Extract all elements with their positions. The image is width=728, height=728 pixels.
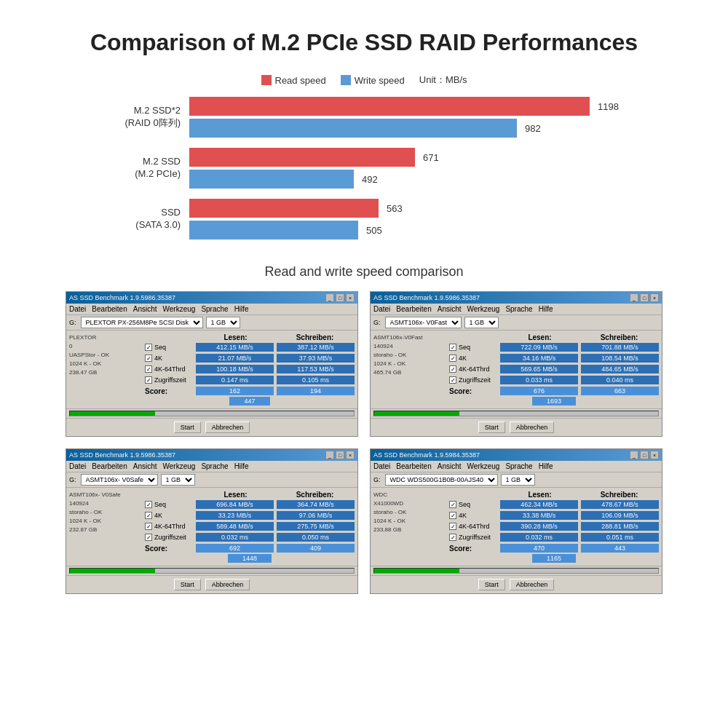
legend-write-label: Write speed — [355, 75, 405, 86]
schreiben-header-3: Schreiben: — [579, 491, 659, 499]
start-btn-0[interactable]: Start — [174, 422, 201, 433]
legend-unit: Unit：MB/s — [419, 74, 467, 87]
start-btn-1[interactable]: Start — [478, 422, 505, 433]
k4-64-read-2: 589.48 MB/s — [196, 522, 274, 531]
start-btn-2[interactable]: Start — [174, 579, 201, 590]
minimize-btn-0[interactable]: _ — [325, 293, 334, 302]
menu-sprache-2[interactable]: Sprache — [201, 462, 228, 470]
k4-read-1: 34.16 MB/s — [500, 354, 578, 363]
score-label-2: Score: — [145, 545, 196, 553]
drive-select-0[interactable]: PLEXTOR PX-256M8Pe SCSI Disk — [81, 317, 203, 328]
menu-sprache-0[interactable]: Sprache — [201, 305, 228, 313]
total-score-0: 447 — [229, 397, 269, 405]
close-btn-1[interactable]: × — [650, 293, 659, 302]
maximize-btn-3[interactable]: □ — [640, 451, 649, 459]
seq-row-3: ✓Seq 462.34 MB/s 478.67 MB/s — [449, 500, 659, 509]
drive-select-2[interactable]: ASMT106x- V0Safe — [81, 474, 158, 486]
score-write-3: 443 — [581, 544, 659, 553]
bar-row-read-1: 671 — [189, 148, 619, 167]
maximize-btn-2[interactable]: □ — [336, 451, 344, 459]
start-btn-3[interactable]: Start — [478, 579, 505, 590]
results-header-2: Lesen: Schreiben: — [145, 491, 355, 499]
seq-write-1: 701.88 MB/s — [581, 343, 659, 352]
bar-write-0 — [189, 119, 517, 138]
info-panel-2: ASMT106x- V0Safe 140924 storaho - OK 102… — [69, 491, 142, 563]
abbrechen-btn-3[interactable]: Abbrechen — [510, 579, 555, 590]
k4-row-2: ✓4K 33.23 MB/s 97.06 MB/s — [145, 511, 355, 520]
score-read-1: 676 — [500, 387, 578, 395]
abbrechen-btn-1[interactable]: Abbrechen — [510, 422, 555, 433]
bar-value-read-0: 1198 — [598, 101, 619, 112]
menu-sprache-1[interactable]: Sprache — [505, 305, 532, 313]
close-btn-2[interactable]: × — [346, 451, 355, 459]
menu-datei-0[interactable]: Datei — [69, 305, 86, 313]
menu-werkzeug-1[interactable]: Werkzeug — [467, 305, 500, 313]
menu-hilfe-0[interactable]: Hilfe — [234, 305, 249, 313]
menu-hilfe-1[interactable]: Hilfe — [539, 305, 553, 313]
lesen-header-3: Lesen: — [500, 491, 579, 499]
chart-bars-2: 563 505 — [189, 199, 619, 240]
drive-label-2: G: — [69, 476, 76, 483]
menu-ansicht-2[interactable]: Ansicht — [133, 462, 157, 470]
close-btn-3[interactable]: × — [650, 451, 659, 459]
abbrechen-btn-0[interactable]: Abbrechen — [205, 422, 250, 433]
menu-datei-1[interactable]: Datei — [373, 305, 390, 313]
footer-3: Start Abbrechen — [371, 575, 662, 593]
abbrechen-btn-2[interactable]: Abbrechen — [205, 579, 250, 590]
menu-sprache-3[interactable]: Sprache — [505, 462, 532, 470]
toolbar-0: G: PLEXTOR PX-256M8Pe SCSI Disk 1 GB — [66, 315, 357, 331]
total-score-2: 1448 — [228, 554, 272, 563]
score-label-0: Score: — [145, 387, 196, 395]
access-read-3: 0.032 ms — [500, 533, 578, 542]
page-title: Comparison of M.2 PCIe SSD RAID Performa… — [90, 29, 638, 56]
menu-bearbeiten-2[interactable]: Bearbeiten — [92, 462, 127, 470]
k4-64-read-1: 569.65 MB/s — [500, 365, 578, 373]
toolbar-1: G: ASMT106x- V0Fast 1 GB — [371, 315, 662, 331]
menu-werkzeug-2[interactable]: Werkzeug — [163, 462, 196, 470]
access-write-2: 0.050 ms — [277, 533, 355, 542]
menu-bearbeiten-3[interactable]: Bearbeiten — [396, 462, 431, 470]
size-select-1[interactable]: 1 GB — [464, 317, 499, 328]
k4-write-1: 108.54 MB/s — [581, 354, 659, 363]
menu-datei-2[interactable]: Datei — [69, 462, 86, 470]
access-write-1: 0.040 ms — [581, 376, 659, 384]
close-btn-0[interactable]: × — [346, 293, 355, 302]
win-controls-1: _ □ × — [630, 293, 659, 302]
maximize-btn-1[interactable]: □ — [640, 293, 649, 302]
comparison-subtitle: Read and write speed comparison — [264, 264, 463, 280]
score-section-3: Score: 470 443 — [449, 544, 659, 553]
menu-ansicht-1[interactable]: Ansicht — [438, 305, 462, 313]
chart-group-2: SSD(SATA 3.0) 563 505 — [109, 199, 619, 240]
chart-bars-1: 671 492 — [189, 148, 619, 189]
bar-row-write-1: 492 — [189, 170, 619, 189]
bar-read-0 — [189, 97, 590, 116]
menu-werkzeug-0[interactable]: Werkzeug — [163, 305, 196, 313]
minimize-btn-1[interactable]: _ — [630, 293, 638, 302]
menu-bearbeiten-0[interactable]: Bearbeiten — [92, 305, 127, 313]
maximize-btn-0[interactable]: □ — [336, 293, 344, 302]
menu-ansicht-3[interactable]: Ansicht — [438, 462, 462, 470]
access-row-3: ✓Zugriffszeit 0.032 ms 0.051 ms — [449, 533, 659, 542]
size-select-2[interactable]: 1 GB — [161, 474, 195, 486]
drive-label-3: G: — [373, 476, 381, 483]
size-select-3[interactable]: 1 GB — [501, 474, 535, 486]
menu-ansicht-0[interactable]: Ansicht — [133, 305, 157, 313]
k4-64-write-0: 117.53 MB/s — [277, 365, 355, 373]
menu-werkzeug-3[interactable]: Werkzeug — [467, 462, 500, 470]
menu-hilfe-2[interactable]: Hilfe — [234, 462, 249, 470]
minimize-btn-3[interactable]: _ — [630, 451, 638, 459]
body-1: ASMT106x-V0Fast 140924 storaho - OK 1024… — [371, 331, 662, 408]
drive-select-1[interactable]: ASMT106x- V0Fast — [385, 317, 462, 328]
bar-write-1 — [189, 170, 354, 189]
win-title-text-3: AS SSD Benchmark 1.9.5984.35387 — [373, 451, 480, 459]
drive-select-3[interactable]: WDC WDS500G1B0B-00AJS40 — [385, 474, 498, 486]
menu-bearbeiten-1[interactable]: Bearbeiten — [396, 305, 431, 313]
menu-hilfe-3[interactable]: Hilfe — [539, 462, 553, 470]
bar-row-write-0: 982 — [189, 119, 619, 138]
k4-write-3: 106.09 MB/s — [581, 511, 659, 520]
k4-write-0: 37.93 MB/s — [277, 354, 355, 363]
minimize-btn-2[interactable]: _ — [325, 451, 334, 459]
size-select-0[interactable]: 1 GB — [206, 317, 240, 328]
total-score-row-2: 1448 — [145, 554, 355, 563]
menu-datei-3[interactable]: Datei — [373, 462, 390, 470]
